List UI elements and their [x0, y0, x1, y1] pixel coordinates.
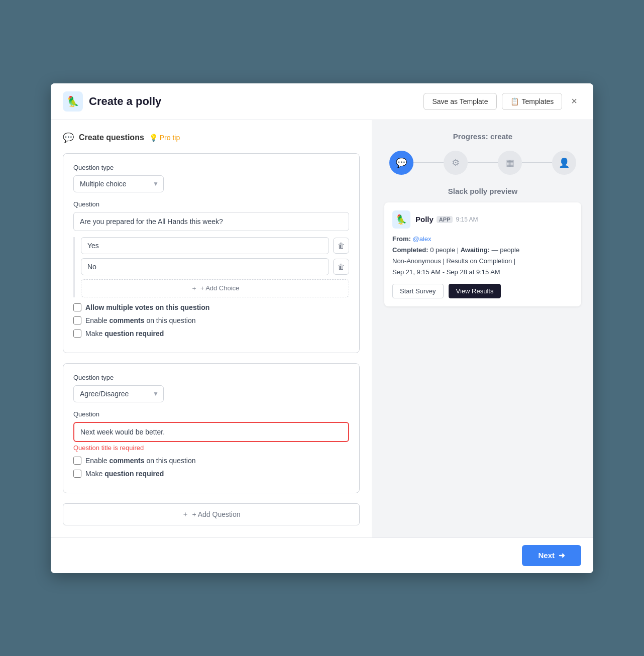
question-type-label-1: Question type	[73, 164, 349, 171]
delete-choice-yes-button[interactable]: 🗑	[333, 238, 349, 254]
preview-body: From: @alex Completed: 0 people | Awaiti…	[392, 234, 573, 278]
next-button[interactable]: Next ➜	[522, 545, 581, 566]
question-type-select-2[interactable]: Multiple choice Agree/Disagree Rating Op…	[73, 385, 164, 402]
choices-section-1: 🗑 🗑 ＋ + Add Choice	[73, 237, 349, 297]
make-required-label-1: Make question required	[85, 330, 164, 338]
progress-title: Progress: create	[384, 132, 581, 141]
question-label-2: Question	[73, 410, 349, 418]
polly-preview-avatar: 🦜	[392, 210, 410, 229]
step-line-1	[413, 162, 444, 163]
preview-from: From: @alex	[392, 234, 573, 245]
question-input-2[interactable]	[73, 422, 349, 442]
step-1: 💬	[389, 151, 413, 175]
question-input-1[interactable]	[73, 212, 349, 231]
create-questions-icon: 💬	[63, 132, 74, 143]
choice-input-yes[interactable]	[81, 237, 329, 254]
modal-header: 🦜 Create a polly Save as Template 📋 Temp…	[51, 83, 593, 120]
choice-input-no[interactable]	[81, 258, 329, 275]
make-required-checkbox-1[interactable]	[73, 330, 81, 338]
app-badge: APP	[437, 216, 453, 223]
allow-multiple-label: Allow multiple votes on this question	[85, 303, 209, 311]
view-results-button[interactable]: View Results	[449, 284, 501, 298]
next-arrow-icon: ➜	[559, 551, 565, 560]
add-question-icon: ＋	[182, 510, 189, 519]
progress-steps: 💬 ⚙ ▦ 👤	[384, 151, 581, 175]
choice-row-no: 🗑	[81, 258, 349, 275]
question-type-label-2: Question type	[73, 374, 349, 381]
error-message: Question title is required	[73, 444, 349, 452]
make-required-label-2: Make question required	[85, 470, 164, 478]
start-survey-button[interactable]: Start Survey	[392, 284, 444, 298]
choice-row-yes: 🗑	[81, 237, 349, 254]
preview-time: 9:15 AM	[456, 216, 478, 223]
make-required-checkbox-2[interactable]	[73, 470, 81, 478]
preview-completed: Completed: 0 people | Awaiting: — people	[392, 245, 573, 256]
enable-comments-row-1: Enable comments on this question	[73, 316, 349, 324]
section-header: 💬 Create questions 💡 Pro tip	[63, 132, 360, 143]
add-choice-button[interactable]: ＋ + Add Choice	[81, 279, 349, 297]
svg-text:🦜: 🦜	[396, 214, 407, 225]
enable-comments-checkbox-2[interactable]	[73, 457, 81, 465]
question-type-select-1[interactable]: Multiple choice Agree/Disagree Rating Op…	[73, 175, 164, 192]
next-label: Next	[538, 551, 555, 560]
save-as-template-button[interactable]: Save as Template	[423, 93, 496, 110]
preview-date-range: Sep 21, 9:15 AM - Sep 28 at 9:15 AM	[392, 267, 573, 278]
allow-multiple-checkbox[interactable]	[73, 303, 81, 311]
right-panel: Progress: create 💬 ⚙ ▦ 👤 Slack	[372, 120, 593, 537]
question-label-1: Question	[73, 200, 349, 208]
pro-tip-label: 💡 Pro tip	[149, 134, 180, 142]
enable-comments-label-2: Enable comments on this question	[85, 457, 195, 465]
templates-label: Templates	[522, 97, 554, 105]
step-2-icon: ⚙	[452, 157, 460, 168]
preview-name-row: Polly APP 9:15 AM	[415, 215, 478, 224]
question-card-1: Question type Multiple choice Agree/Disa…	[63, 153, 360, 353]
preview-details: Non-Anonymous | Results on Completion |	[392, 256, 573, 267]
section-title: Create questions	[79, 133, 144, 142]
step-line-3	[522, 162, 552, 163]
allow-multiple-row: Allow multiple votes on this question	[73, 303, 349, 311]
question-type-select-wrapper-1: Multiple choice Agree/Disagree Rating Op…	[73, 175, 164, 192]
enable-comments-checkbox-1[interactable]	[73, 316, 81, 324]
step-line-2	[468, 162, 498, 163]
delete-choice-no-button[interactable]: 🗑	[333, 259, 349, 275]
add-choice-icon: ＋	[191, 284, 197, 293]
header-left: 🦜 Create a polly	[63, 91, 423, 112]
preview-label: Slack polly preview	[448, 187, 517, 195]
step-3-icon: ▦	[506, 157, 514, 168]
polly-logo-icon: 🦜	[63, 91, 83, 112]
step-2: ⚙	[444, 151, 468, 175]
step-4: 👤	[552, 151, 576, 175]
close-button[interactable]: ×	[567, 93, 581, 109]
question-card-2: Question type Multiple choice Agree/Disa…	[63, 363, 360, 493]
modal-title: Create a polly	[89, 95, 161, 108]
create-polly-modal: 🦜 Create a polly Save as Template 📋 Temp…	[51, 83, 593, 573]
bot-name: Polly	[415, 215, 434, 224]
add-question-label: + Add Question	[192, 510, 240, 518]
question-type-select-wrapper-2: Multiple choice Agree/Disagree Rating Op…	[73, 385, 164, 402]
header-actions: Save as Template 📋 Templates ×	[423, 93, 581, 110]
add-choice-label: + Add Choice	[200, 284, 240, 292]
step-3: ▦	[498, 151, 522, 175]
preview-from-user: @alex	[412, 235, 431, 243]
modal-footer: Next ➜	[51, 537, 593, 573]
step-4-icon: 👤	[559, 157, 570, 168]
preview-actions: Start Survey View Results	[392, 284, 573, 298]
slack-preview-card: 🦜 Polly APP 9:15 AM From: @alex	[384, 202, 581, 306]
make-required-row-2: Make question required	[73, 470, 349, 478]
svg-text:🦜: 🦜	[67, 95, 79, 107]
templates-icon: 📋	[510, 97, 519, 105]
make-required-row-1: Make question required	[73, 330, 349, 338]
add-question-button[interactable]: ＋ + Add Question	[63, 503, 360, 525]
left-panel: 💬 Create questions 💡 Pro tip Question ty…	[51, 120, 372, 537]
modal-body: 💬 Create questions 💡 Pro tip Question ty…	[51, 120, 593, 537]
enable-comments-row-2: Enable comments on this question	[73, 457, 349, 465]
enable-comments-label-1: Enable comments on this question	[85, 316, 195, 324]
step-1-icon: 💬	[396, 157, 407, 168]
preview-header: 🦜 Polly APP 9:15 AM	[392, 210, 573, 229]
templates-button[interactable]: 📋 Templates	[502, 93, 563, 110]
